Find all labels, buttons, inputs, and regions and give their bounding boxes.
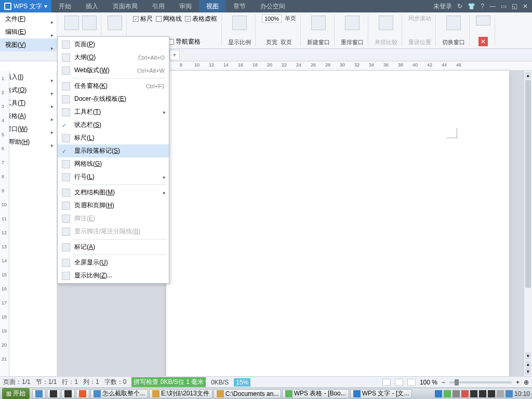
switch-window-group: 切换窗口: [438, 15, 470, 46]
taskbar-item-4[interactable]: WPS 文字 - [文...: [350, 389, 413, 398]
file-menu-item-0[interactable]: 文件(F)▸: [0, 12, 57, 25]
taskbar-item-0[interactable]: 怎么截取整个...: [90, 389, 148, 398]
restore-icon[interactable]: ▭: [501, 3, 507, 10]
file-menu-item-2[interactable]: 视图(V)▸: [0, 38, 57, 51]
status-section[interactable]: 节：1/1: [36, 378, 57, 387]
page-width[interactable]: 页宽: [266, 38, 277, 46]
new-tab-button[interactable]: +: [169, 50, 180, 60]
quick-launch-360[interactable]: [76, 389, 89, 398]
vertical-scrollbar[interactable]: ▴ ▾ ▴ ▾: [524, 71, 532, 376]
main-tab-7[interactable]: 办公空间: [253, 0, 292, 12]
quick-launch-qq1[interactable]: [47, 389, 60, 398]
submenu-item-20[interactable]: 全屏显示(U): [58, 256, 169, 269]
tray-qq-icon[interactable]: [488, 390, 495, 397]
page-layout-icon[interactable]: [82, 16, 97, 30]
status-row[interactable]: 行：1: [62, 378, 78, 387]
submenu-item-14[interactable]: 页眉和页脚(H): [58, 199, 169, 212]
submenu-item-2[interactable]: Web版式(W)Ctrl+Alt+W: [58, 64, 169, 77]
login-status[interactable]: 未登录: [433, 2, 452, 11]
app-badge[interactable]: WPS 文字 ▾: [0, 0, 51, 12]
close-icon[interactable]: ✕: [523, 3, 528, 10]
scroll-thumb[interactable]: [525, 80, 531, 288]
refresh-icon[interactable]: ↻: [457, 3, 462, 10]
tray-icon[interactable]: [453, 390, 460, 397]
submenu-item-18[interactable]: 标记(A): [58, 241, 169, 254]
main-tab-6[interactable]: 章节: [226, 0, 253, 12]
scroll-down-icon[interactable]: ▾: [525, 352, 531, 360]
close-doc-button[interactable]: ✕: [478, 37, 488, 46]
submenu-item-5[interactable]: Docer-在线模板(E): [58, 92, 169, 105]
options-icon[interactable]: [476, 16, 490, 25]
help-icon[interactable]: ?: [481, 3, 484, 10]
tray-qq-icon[interactable]: [470, 390, 477, 397]
main-tab-2[interactable]: 页面布局: [105, 0, 145, 12]
view-web-button[interactable]: [407, 379, 416, 386]
main-tab-4[interactable]: 审阅: [172, 0, 199, 12]
status-spellcheck[interactable]: 拼写检查 0KB/S位 1 毫米: [131, 377, 206, 387]
quick-launch-qq2[interactable]: [61, 389, 75, 398]
main-tab-3[interactable]: 引用: [145, 0, 172, 12]
zoom-value[interactable]: 100%: [262, 15, 282, 23]
start-button[interactable]: ⊞开始: [2, 388, 30, 399]
submenu-item-0[interactable]: 页面(P): [58, 38, 169, 51]
skin-icon[interactable]: 👕: [468, 3, 475, 10]
zoom-out-button[interactable]: −: [442, 379, 445, 386]
minimize-icon[interactable]: —: [489, 3, 496, 10]
tray-volume-icon[interactable]: [497, 390, 504, 397]
scroll-up-icon[interactable]: ▴: [525, 72, 531, 79]
checkbox-导航窗格[interactable]: 导航窗格: [168, 37, 201, 46]
zoom-icon[interactable]: [232, 16, 247, 30]
zoom-percent[interactable]: 100 %: [420, 379, 437, 386]
taskbar-item-2[interactable]: C:\Documents an...: [214, 389, 281, 398]
zoom-slider[interactable]: [449, 381, 512, 383]
file-menu-item-1[interactable]: 编辑(E)▸: [0, 25, 57, 38]
rearrange-icon[interactable]: [345, 16, 360, 30]
submenu-item-4[interactable]: 任务窗格(K)Ctrl+F1: [58, 79, 169, 92]
switch-window-icon[interactable]: [446, 16, 461, 30]
submenu-item-1[interactable]: 大纲(O)Ctrl+Alt+O: [58, 51, 169, 64]
new-window-icon[interactable]: [311, 16, 326, 30]
checkbox-网格线[interactable]: 网格线: [156, 15, 182, 23]
system-tray: 10:10: [435, 390, 532, 397]
status-percent[interactable]: 15%: [234, 378, 250, 387]
submenu-item-6[interactable]: 工具栏(T)▸: [58, 105, 169, 118]
submenu-item-11[interactable]: 行号(L)▸: [58, 170, 169, 183]
submenu-item-13[interactable]: 文档结构图(M)▸: [58, 186, 169, 199]
tray-icon[interactable]: [444, 390, 451, 397]
single-page[interactable]: 单页: [285, 15, 296, 23]
zoom-slider-knob[interactable]: [455, 379, 459, 385]
view-outline-button[interactable]: [395, 379, 403, 386]
fullscreen-icon[interactable]: [64, 16, 79, 30]
main-tab-0[interactable]: 开始: [51, 0, 78, 12]
taskbar-item-1[interactable]: E:\刘佳\2013文件: [149, 389, 212, 398]
checkbox-表格虚框[interactable]: ✓表格虚框: [185, 15, 217, 23]
tray-lang-icon[interactable]: [506, 390, 513, 397]
submenu-item-21[interactable]: 显示比例(Z)...: [58, 269, 169, 282]
outline-icon[interactable]: [108, 16, 122, 30]
submenu-item-9[interactable]: ✓显示段落标记(S): [58, 144, 169, 157]
quick-launch-ie[interactable]: [32, 389, 46, 398]
status-chars[interactable]: 字数：0: [104, 378, 127, 387]
submenu-item-10[interactable]: 网格线(G): [58, 157, 169, 170]
map-icon: [62, 189, 70, 197]
checkbox-标尺[interactable]: ✓标尺: [133, 15, 153, 23]
status-col[interactable]: 列：1: [83, 378, 99, 387]
next-page-icon[interactable]: ▾: [525, 368, 531, 375]
view-page-button[interactable]: [382, 379, 391, 386]
zoom-in-button[interactable]: +: [516, 379, 520, 386]
document-page[interactable]: [166, 71, 509, 376]
taskbar-item-3[interactable]: WPS 表格 - [Boo...: [282, 389, 349, 398]
fit-button[interactable]: ⊕: [524, 379, 529, 386]
maximize-icon[interactable]: ◱: [512, 3, 517, 10]
double-page[interactable]: 双页: [281, 38, 292, 46]
tray-icon[interactable]: [461, 390, 469, 397]
main-tab-5[interactable]: 视图: [199, 0, 226, 12]
tray-qq-icon[interactable]: [479, 390, 486, 397]
submenu-item-7[interactable]: ✓状态栏(S): [58, 118, 169, 131]
system-clock[interactable]: 10:10: [514, 390, 530, 397]
tray-icon[interactable]: [435, 390, 442, 397]
main-tab-1[interactable]: 插入: [78, 0, 105, 12]
prev-page-icon[interactable]: ▴: [525, 361, 531, 368]
submenu-item-8[interactable]: 标尺(L): [58, 131, 169, 144]
status-page[interactable]: 页面：1/1: [3, 378, 31, 387]
